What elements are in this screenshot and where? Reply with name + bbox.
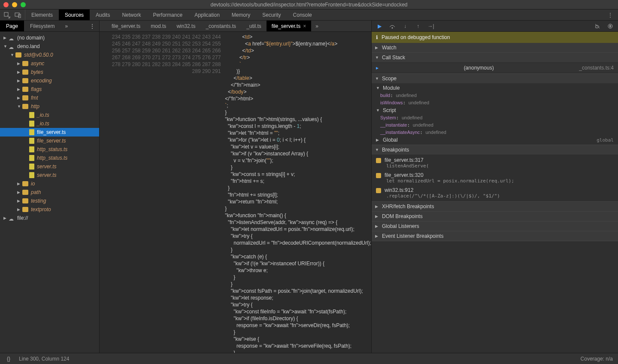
editor-tab[interactable]: win32.ts (171, 21, 200, 31)
tree-item[interactable]: ▶flags (0, 85, 99, 94)
step-into-icon[interactable]: ↓ (402, 23, 409, 30)
expand-arrow-icon[interactable] (24, 121, 28, 126)
expand-arrow-icon[interactable] (24, 130, 28, 134)
tree-item[interactable]: ▶async (0, 59, 99, 68)
scope-variable[interactable]: System: undefined (372, 114, 618, 121)
scope-group[interactable]: ▶Globalglobal (372, 136, 618, 144)
tree-item[interactable]: ▶☁file:// (0, 214, 99, 222)
watch-section-header[interactable]: ▶Watch (372, 43, 618, 52)
main-tab-application[interactable]: Application (188, 9, 226, 20)
tree-item[interactable]: ▶path (0, 188, 99, 197)
zoom-window-icon[interactable] (21, 2, 26, 7)
code-content[interactable]: <td> <a href="${entry.url}">${entry.name… (225, 32, 371, 353)
editor-tab[interactable]: _util.ts (241, 21, 267, 31)
inspect-element-icon[interactable] (3, 12, 10, 18)
callstack-section-header[interactable]: ▼Call Stack (372, 53, 618, 62)
tree-item[interactable]: file_server.ts (0, 128, 99, 136)
expand-arrow-icon[interactable] (24, 156, 28, 160)
expand-arrow-icon[interactable]: ▶ (3, 36, 8, 40)
navigator-tab-filesystem[interactable]: Filesystem (24, 21, 61, 31)
editor-tab[interactable]: file_server.ts (106, 21, 145, 31)
expand-arrow-icon[interactable]: ▶ (17, 70, 21, 74)
editor-tab[interactable]: file_server.ts× (267, 21, 311, 31)
debugger-section-header[interactable]: ▶Global Listeners (372, 221, 618, 231)
main-tab-sources[interactable]: Sources (59, 9, 90, 20)
tree-item[interactable]: file_server.ts (0, 136, 99, 145)
scope-variable[interactable]: __instantiate: undefined (372, 121, 618, 129)
scope-variable[interactable]: build: undefined (372, 92, 618, 99)
scope-group[interactable]: ▼Module (372, 84, 618, 92)
more-editor-tabs-icon[interactable]: » (311, 21, 323, 31)
breakpoint-item[interactable]: file_server.ts:320let normalizedUrl = po… (372, 170, 618, 185)
main-tab-security[interactable]: Security (256, 9, 287, 20)
step-icon[interactable]: →| (427, 23, 434, 30)
navigator-menu-icon[interactable]: ⋮ (85, 21, 99, 31)
resume-icon[interactable]: ▶ (376, 23, 383, 30)
close-window-icon[interactable] (3, 2, 9, 7)
tree-item[interactable]: ▼std@v0.50.0 (0, 51, 99, 59)
tree-item[interactable]: ▶bytes (0, 68, 99, 76)
tree-item[interactable]: http_status.ts (0, 154, 99, 162)
expand-arrow-icon[interactable]: ▶ (17, 87, 21, 91)
tree-item[interactable]: ▶textproto (0, 205, 99, 214)
expand-arrow-icon[interactable]: ▶ (17, 207, 21, 212)
deactivate-breakpoints-icon[interactable] (594, 23, 601, 30)
debugger-section-header[interactable]: ▶XHR/fetch Breakpoints (372, 202, 618, 211)
scope-variable[interactable]: isWindows: undefined (372, 99, 618, 106)
tree-item[interactable]: ▶io (0, 179, 99, 188)
editor-tab[interactable]: _constants.ts (200, 21, 241, 31)
toggle-sidebar-icon[interactable] (364, 23, 371, 30)
debugger-section-header[interactable]: ▶Event Listener Breakpoints (372, 231, 618, 241)
breakpoint-item[interactable]: file_server.ts:317listenAndServe( (372, 155, 618, 170)
expand-arrow-icon[interactable]: ▶ (3, 216, 8, 220)
tree-item[interactable]: server.ts (0, 162, 99, 171)
main-tab-audits[interactable]: Audits (90, 9, 116, 20)
debugger-section-header[interactable]: ▶DOM Breakpoints (372, 212, 618, 221)
expand-arrow-icon[interactable]: ▼ (10, 53, 15, 57)
breakpoint-checkbox[interactable] (376, 173, 381, 178)
main-tab-network[interactable]: Network (116, 9, 147, 20)
main-tab-performance[interactable]: Performance (147, 9, 188, 20)
minimize-window-icon[interactable] (12, 2, 17, 7)
expand-arrow-icon[interactable]: ▶ (17, 199, 21, 203)
editor-tab[interactable]: mod.ts (145, 21, 171, 31)
main-tab-console[interactable]: Console (287, 9, 318, 20)
tree-item[interactable]: _io.ts (0, 119, 99, 128)
file-list-icon[interactable] (100, 23, 106, 30)
tree-item[interactable]: server.ts (0, 171, 99, 179)
step-over-icon[interactable] (389, 23, 396, 30)
scope-group[interactable]: ▼Script (372, 106, 618, 114)
navigator-tab-page[interactable]: Page (0, 21, 24, 31)
expand-arrow-icon[interactable]: ▶ (17, 61, 21, 66)
device-toolbar-icon[interactable] (15, 12, 21, 18)
breakpoint-checkbox[interactable] (376, 188, 381, 193)
expand-arrow-icon[interactable]: ▼ (3, 44, 8, 49)
tree-item[interactable]: ▶☁(no domain) (0, 33, 99, 42)
expand-arrow-icon[interactable]: ▶ (17, 182, 21, 186)
expand-arrow-icon[interactable] (24, 173, 28, 177)
code-editor[interactable]: 234 235 236 237 238 239 240 241 242 243 … (100, 32, 371, 353)
tree-item[interactable]: ▶encoding (0, 76, 99, 85)
step-out-icon[interactable]: ↑ (415, 23, 421, 30)
expand-arrow-icon[interactable]: ▼ (17, 104, 21, 109)
pretty-print-icon[interactable]: {} (5, 355, 12, 362)
expand-arrow-icon[interactable]: ▶ (17, 190, 21, 194)
tree-item[interactable]: ▶testing (0, 197, 99, 205)
expand-arrow-icon[interactable] (24, 147, 28, 152)
main-tab-elements[interactable]: Elements (25, 9, 59, 20)
more-menu-icon[interactable]: ⋮ (607, 12, 614, 18)
tree-item[interactable]: ▶fmt (0, 94, 99, 102)
expand-arrow-icon[interactable] (24, 139, 28, 143)
scope-section-header[interactable]: ▼Scope (372, 74, 618, 83)
tree-item[interactable]: _io.ts (0, 111, 99, 119)
scope-variable[interactable]: __instantiateAsync: undefined (372, 129, 618, 136)
pause-exceptions-icon[interactable] (607, 23, 614, 30)
expand-arrow-icon[interactable] (24, 164, 28, 169)
close-tab-icon[interactable]: × (303, 23, 306, 29)
expand-arrow-icon[interactable]: ▶ (17, 79, 21, 83)
tree-item[interactable]: ▼☁deno.land (0, 42, 99, 51)
more-navigator-tabs-icon[interactable]: » (61, 21, 72, 31)
main-tab-memory[interactable]: Memory (226, 9, 256, 20)
breakpoint-checkbox[interactable] (376, 158, 381, 163)
breakpoint-item[interactable]: win32.ts:912.replace(/^\/*([A-Za-z]:)(\/… (372, 185, 618, 200)
